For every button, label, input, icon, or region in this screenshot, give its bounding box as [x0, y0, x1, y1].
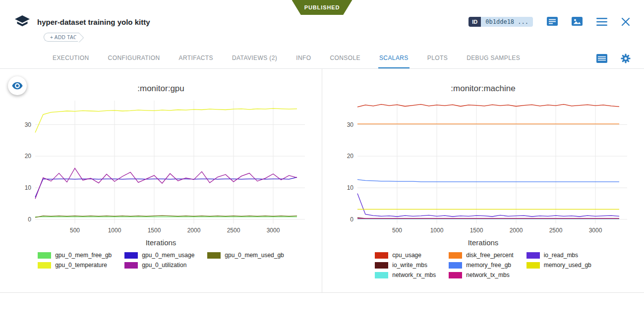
tab-bar: EXECUTIONCONFIGURATIONARTIFACTSDATAVIEWS…: [0, 49, 644, 69]
machine-chart[interactable]: 010203050010001500200025003000: [335, 98, 632, 237]
legend-item-gpu_0_mem_usage[interactable]: gpu_0_mem_usage: [124, 252, 194, 259]
gpu-legend: gpu_0_mem_free_gbgpu_0_mem_usagegpu_0_me…: [38, 252, 284, 269]
svg-text:3000: 3000: [266, 227, 280, 234]
svg-text:500: 500: [69, 227, 79, 234]
legend-label: gpu_0_mem_used_gb: [225, 252, 284, 259]
legend-label: memory_free_gb: [466, 262, 511, 269]
tab-execution[interactable]: EXECUTION: [52, 49, 90, 68]
legend-label: gpu_0_utilization: [142, 262, 186, 269]
gpu-chart-panel: :monitor:gpu 010203050010001500200025003…: [0, 69, 322, 292]
app-logo-icon: [14, 15, 31, 29]
svg-text:500: 500: [392, 227, 402, 234]
svg-text:10: 10: [347, 184, 353, 191]
machine-legend: cpu_usagedisk_free_percentio_read_mbsio_…: [375, 252, 591, 278]
gpu-xaxis-label: Iterations: [0, 238, 322, 247]
svg-text:2000: 2000: [509, 227, 523, 234]
legend-swatch-gpu_0_utilization: [124, 262, 138, 269]
legend-swatch-gpu_0_mem_usage: [124, 252, 138, 259]
published-ribbon: PUBLISHED: [292, 0, 352, 15]
svg-text:2500: 2500: [549, 227, 562, 234]
legend-item-cpu_usage[interactable]: cpu_usage: [375, 252, 436, 259]
svg-text:20: 20: [24, 153, 31, 160]
tab-configuration[interactable]: CONFIGURATION: [107, 49, 161, 68]
table-icon[interactable]: [596, 54, 607, 63]
legend-item-gpu_0_temperature[interactable]: gpu_0_temperature: [38, 262, 112, 269]
close-icon[interactable]: [621, 17, 630, 26]
machine-xaxis-label: Iterations: [322, 238, 644, 247]
legend-swatch-gpu_0_mem_used_gb: [207, 252, 221, 259]
id-value: 0b1dde18 ...: [481, 17, 533, 27]
legend-swatch-cpu_usage: [375, 252, 388, 259]
svg-text:0: 0: [350, 216, 353, 223]
legend-swatch-gpu_0_mem_free_gb: [38, 252, 51, 259]
published-label: PUBLISHED: [304, 4, 340, 10]
menu-icon[interactable]: [596, 17, 607, 26]
legend-swatch-io_write_mbs: [375, 262, 388, 269]
legend-label: network_rx_mbs: [392, 272, 436, 278]
legend-item-gpu_0_mem_free_gb[interactable]: gpu_0_mem_free_gb: [38, 252, 112, 259]
svg-text:1000: 1000: [430, 227, 443, 234]
legend-swatch-disk_free_percent: [449, 252, 462, 259]
tab-artifacts[interactable]: ARTIFACTS: [178, 49, 214, 68]
tab-plots[interactable]: PLOTS: [426, 49, 449, 68]
notes-icon[interactable]: [547, 17, 558, 27]
image-preview-icon[interactable]: [572, 17, 583, 27]
legend-item-io_write_mbs[interactable]: io_write_mbs: [375, 262, 436, 269]
id-label: ID: [468, 17, 481, 27]
legend-label: disk_free_percent: [466, 252, 513, 259]
eye-icon[interactable]: [8, 76, 27, 95]
experiment-id-badge[interactable]: ID 0b1dde18 ...: [468, 17, 533, 27]
legend-swatch-memory_free_gb: [449, 262, 462, 269]
legend-swatch-gpu_0_temperature: [38, 262, 51, 269]
add-tag-button[interactable]: + ADD TAG: [44, 33, 79, 42]
legend-item-disk_free_percent[interactable]: disk_free_percent: [449, 252, 513, 259]
gear-icon[interactable]: [620, 53, 631, 64]
legend-item-network_tx_mbs[interactable]: network_tx_mbs: [449, 272, 513, 278]
svg-text:20: 20: [347, 153, 353, 160]
svg-text:3000: 3000: [588, 227, 602, 234]
svg-text:1500: 1500: [147, 227, 161, 234]
legend-label: gpu_0_temperature: [55, 262, 107, 269]
legend-item-memory_used_gb[interactable]: memory_used_gb: [527, 262, 591, 269]
legend-item-io_read_mbs[interactable]: io_read_mbs: [527, 252, 591, 259]
gpu-chart-title: :monitor:gpu: [0, 84, 322, 94]
experiment-title: hyper-dataset training yolo kitty: [37, 18, 150, 26]
legend-item-gpu_0_mem_used_gb[interactable]: gpu_0_mem_used_gb: [207, 252, 284, 259]
svg-text:10: 10: [24, 184, 31, 191]
legend-item-gpu_0_utilization[interactable]: gpu_0_utilization: [124, 262, 194, 269]
gpu-chart[interactable]: 010203050010001500200025003000: [12, 98, 310, 237]
scalars-content: :monitor:gpu 010203050010001500200025003…: [0, 69, 644, 293]
legend-label: io_read_mbs: [544, 252, 578, 259]
legend-label: network_tx_mbs: [466, 272, 509, 278]
experiment-page: PUBLISHED hyper-dataset training yolo ki…: [0, 0, 644, 328]
legend-label: gpu_0_mem_usage: [142, 252, 194, 259]
legend-swatch-network_rx_mbs: [375, 272, 388, 278]
svg-text:30: 30: [347, 121, 353, 128]
legend-label: io_write_mbs: [392, 262, 427, 269]
machine-chart-panel: :monitor:machine 01020305001000150020002…: [322, 69, 644, 292]
legend-item-memory_free_gb[interactable]: memory_free_gb: [449, 262, 513, 269]
svg-text:2000: 2000: [187, 227, 200, 234]
tag-row: + ADD TAG: [44, 33, 630, 43]
legend-swatch-memory_used_gb: [527, 262, 540, 269]
svg-text:2500: 2500: [227, 227, 240, 234]
svg-text:1500: 1500: [469, 227, 483, 234]
svg-text:1000: 1000: [108, 227, 121, 234]
svg-text:30: 30: [24, 121, 31, 128]
tab-list: EXECUTIONCONFIGURATIONARTIFACTSDATAVIEWS…: [52, 49, 521, 68]
tab-info[interactable]: INFO: [295, 49, 312, 68]
legend-swatch-network_tx_mbs: [449, 272, 462, 278]
tab-scalars[interactable]: SCALARS: [378, 49, 410, 68]
legend-label: memory_used_gb: [544, 262, 591, 269]
legend-swatch-io_read_mbs: [527, 252, 540, 259]
legend-label: gpu_0_mem_free_gb: [55, 252, 112, 259]
legend-label: cpu_usage: [392, 252, 421, 259]
legend-item-network_rx_mbs[interactable]: network_rx_mbs: [375, 272, 436, 278]
tab-console[interactable]: CONSOLE: [329, 49, 361, 68]
tab-dataviews-2[interactable]: DATAVIEWS (2): [231, 49, 278, 68]
tab-debug-samples[interactable]: DEBUG SAMPLES: [466, 49, 521, 68]
svg-text:0: 0: [28, 216, 31, 223]
machine-chart-title: :monitor:machine: [322, 84, 644, 94]
